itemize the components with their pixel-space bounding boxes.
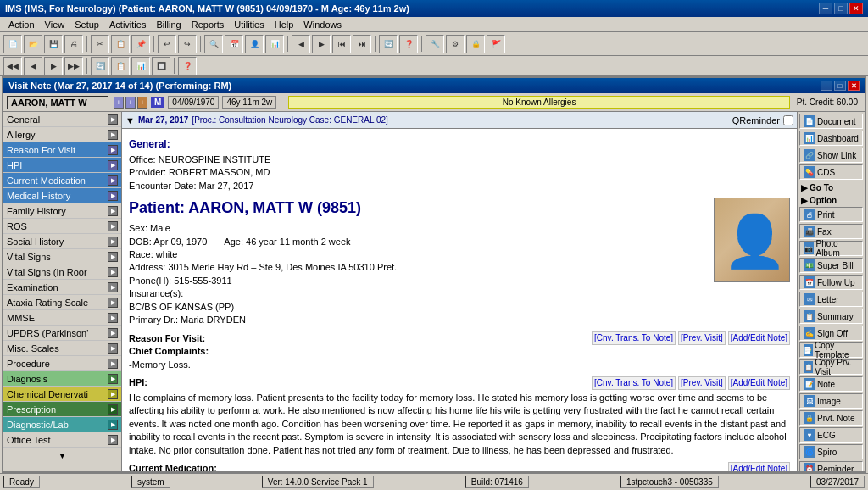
tb-lock[interactable]: 🔒 (466, 35, 485, 53)
btn-copy-prv-visit[interactable]: 📋 Copy Prv. Visit (799, 359, 863, 375)
tb2-7[interactable]: 📊 (131, 57, 150, 75)
inner-minimize[interactable]: ─ (821, 81, 832, 91)
menu-windows[interactable]: Windows (298, 19, 347, 31)
tb-help[interactable]: ❓ (399, 35, 418, 53)
menu-activities[interactable]: Activities (104, 19, 151, 31)
sidebar-item-diagnosis[interactable]: Diagnosis ▶ (3, 371, 121, 387)
tb-undo[interactable]: ↩ (158, 35, 176, 53)
sidebar-item-family[interactable]: Family History ▶ (3, 203, 121, 219)
inner-close[interactable]: ✕ (848, 81, 860, 91)
btn-prvt-note[interactable]: 🔒 Prvt. Note (799, 410, 863, 426)
tb2-8[interactable]: 🔲 (152, 57, 170, 75)
tb-new[interactable]: 📄 (3, 35, 22, 53)
menu-utilities[interactable]: Utilities (229, 19, 269, 31)
cnv-trans-note-btn[interactable]: [Cnv. Trans. To Note] (592, 331, 676, 345)
patient-name[interactable]: AARON, MATT W (7, 96, 108, 109)
sidebar-item-medication[interactable]: Current Medication ▶ (3, 173, 121, 188)
btn-dashboard[interactable]: 📊 Dashboard (799, 131, 863, 146)
sidebar-item-misc[interactable]: Misc. Scales ▶ (3, 341, 121, 356)
btn-summary[interactable]: 📋 Summary (799, 309, 863, 324)
tb2-2[interactable]: ◀ (24, 57, 42, 75)
sidebar-item-allergy[interactable]: Allergy ▶ (3, 127, 121, 142)
tb2-1[interactable]: ◀◀ (3, 57, 22, 75)
inner-maximize[interactable]: □ (834, 81, 846, 91)
hpi-prev-btn[interactable]: [Prev. Visit] (678, 376, 726, 390)
hpi-cnv-btn[interactable]: [Cnv. Trans. To Note] (592, 376, 676, 390)
tb-calendar[interactable]: 📅 (225, 35, 243, 53)
tb-tools[interactable]: 🔧 (426, 35, 444, 53)
tb-paste[interactable]: 📌 (131, 35, 150, 53)
btn-cds[interactable]: 💊 CDS (799, 164, 863, 180)
btn-fax[interactable]: 📠 Fax (799, 224, 863, 239)
sidebar-item-office-test[interactable]: Office Test ▶ (3, 432, 121, 448)
tb2-3[interactable]: ▶ (44, 57, 63, 75)
tb-settings[interactable]: ⚙ (446, 35, 465, 53)
menu-billing[interactable]: Billing (151, 19, 186, 31)
sidebar-item-chemical[interactable]: Chemical Denervati ▶ (3, 387, 121, 402)
sidebar-item-diagnostic[interactable]: Diagnostic/Lab ▶ (3, 417, 121, 432)
tb-last[interactable]: ⏭ (353, 35, 371, 53)
tb2-9[interactable]: ❓ (178, 57, 197, 75)
sidebar-item-ataxia[interactable]: Ataxia Rating Scale ▶ (3, 295, 121, 310)
sidebar-item-reason[interactable]: Reason For Visit ▶ (3, 142, 121, 158)
btn-reminder[interactable]: ⏰ Reminder (799, 461, 863, 471)
sidebar-item-vitals[interactable]: Vital Signs ▶ (3, 249, 121, 264)
menu-help[interactable]: Help (270, 19, 299, 31)
sidebar-item-hpi[interactable]: HPI ▶ (3, 158, 121, 173)
btn-note[interactable]: 📝 Note (799, 376, 863, 392)
sidebar-item-exam[interactable]: Examination ▶ (3, 280, 121, 295)
add-edit-note-btn[interactable]: [Add/Edit Note] (728, 331, 790, 345)
tb-prev[interactable]: ◀ (292, 35, 310, 53)
sidebar-item-updrs[interactable]: UPDRS (Parkinson' ▶ (3, 326, 121, 341)
btn-spiro[interactable]: 🌀 Spiro (799, 444, 863, 459)
sidebar-item-procedure[interactable]: Procedure ▶ (3, 356, 121, 371)
sidebar-item-social[interactable]: Social History ▶ (3, 234, 121, 249)
btn-photo-album[interactable]: 📷 Photo Album (799, 241, 863, 256)
tb-refresh[interactable]: 🔄 (379, 35, 398, 53)
btn-letter[interactable]: ✉ Letter (799, 292, 863, 307)
close-button[interactable]: ✕ (849, 3, 863, 14)
btn-ecg[interactable]: ♥ ECG (799, 427, 863, 443)
tb-print[interactable]: 🖨 (64, 35, 83, 53)
tb2-4[interactable]: ▶▶ (64, 57, 83, 75)
sidebar-item-medical-history[interactable]: Medical History ▶ (3, 188, 121, 203)
btn-image[interactable]: 🖼 Image (799, 393, 863, 409)
tb2-5[interactable]: 🔄 (91, 57, 109, 75)
note-scroll-area[interactable]: General: Office: NEUROSPINE INSTITUTE Pr… (122, 129, 797, 471)
tb-chart[interactable]: 📊 (265, 35, 284, 53)
btn-follow-up[interactable]: 📅 Follow Up (799, 275, 863, 290)
btn-show-link[interactable]: 🔗 Show Link (799, 148, 863, 163)
tb-flag[interactable]: 🚩 (487, 35, 505, 53)
tb-patient[interactable]: 👤 (245, 35, 264, 53)
med-add-edit-btn[interactable]: [Add/Edit Note] (728, 462, 790, 471)
tb-copy[interactable]: 📋 (111, 35, 130, 53)
sidebar-item-vitals-room[interactable]: Vital Signs (In Roor ▶ (3, 264, 121, 280)
tb-redo[interactable]: ↪ (178, 35, 197, 53)
menu-view[interactable]: View (40, 19, 70, 31)
qreminder-checkbox[interactable] (783, 115, 793, 125)
tb-open[interactable]: 📂 (24, 35, 42, 53)
tb-cut[interactable]: ✂ (91, 35, 109, 53)
sidebar-item-general[interactable]: General ▶ (3, 112, 121, 127)
btn-document[interactable]: 📄 Document (799, 114, 863, 129)
btn-sign-off[interactable]: ✍ Sign Off (799, 326, 863, 341)
tb-save[interactable]: 💾 (44, 35, 63, 53)
menu-setup[interactable]: Setup (70, 19, 104, 31)
btn-copy-template[interactable]: 📑 Copy Template (799, 342, 863, 358)
tb-search[interactable]: 🔍 (204, 35, 223, 53)
sidebar-item-prescription[interactable]: Prescription ▶ (3, 402, 121, 417)
hpi-add-btn[interactable]: [Add/Edit Note] (728, 376, 790, 390)
minimize-button[interactable]: ─ (819, 3, 832, 14)
menu-reports[interactable]: Reports (186, 19, 230, 31)
prev-visit-btn[interactable]: [Prev. Visit] (678, 331, 726, 345)
btn-print[interactable]: 🖨 Print (799, 207, 863, 222)
sidebar-item-mmse[interactable]: MMSE ▶ (3, 310, 121, 326)
tb-first[interactable]: ⏮ (332, 35, 351, 53)
sidebar-item-ros[interactable]: ROS ▶ (3, 219, 121, 234)
maximize-button[interactable]: □ (834, 3, 848, 14)
tb-next[interactable]: ▶ (312, 35, 331, 53)
menu-action[interactable]: Action (3, 19, 40, 31)
expand-icon[interactable]: ▼ (125, 115, 135, 125)
btn-super-bill[interactable]: 💵 Super Bill (799, 258, 863, 273)
tb2-6[interactable]: 📋 (111, 57, 130, 75)
